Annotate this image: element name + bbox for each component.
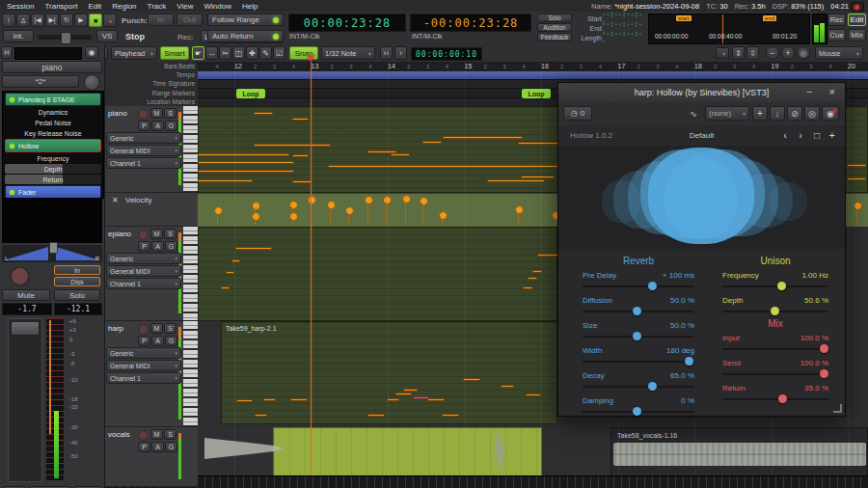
start-marker[interactable]: start: [676, 15, 692, 21]
slider-thumb[interactable]: [771, 307, 779, 315]
strip-record-button[interactable]: [10, 266, 30, 286]
processor-control-depth[interactable]: Depth: [5, 164, 101, 174]
stretch-mode-button[interactable]: ◫: [232, 46, 245, 60]
track-io-generic[interactable]: Generic▾: [106, 253, 181, 264]
track-automation-button[interactable]: A: [151, 241, 164, 252]
track-name-epiano[interactable]: epiano: [108, 230, 131, 238]
track-mute-button[interactable]: M: [150, 323, 163, 334]
pan-control[interactable]: L R: [2, 245, 102, 262]
track-solo-button[interactable]: S: [164, 229, 176, 239]
strip-prev-button[interactable]: H: [1, 46, 13, 59]
menu-view[interactable]: View: [176, 2, 193, 11]
loop-range-start-marker[interactable]: Loop: [236, 89, 265, 98]
strip-mute-button[interactable]: Mute: [2, 289, 50, 301]
menu-session[interactable]: Session: [7, 2, 34, 11]
page-mix-button[interactable]: Mix: [848, 29, 866, 41]
input-monitor-button[interactable]: In: [54, 265, 100, 275]
track-mute-button[interactable]: M: [150, 229, 163, 239]
track-io-general-midi[interactable]: General MIDI▾: [106, 360, 181, 371]
go-end-button[interactable]: ▶|: [45, 14, 59, 27]
processor-control-return[interactable]: Return: [5, 175, 101, 184]
vocals-region-right[interactable]: Take58_vocals-1.16: [610, 427, 868, 482]
track-name-harp[interactable]: harp: [108, 324, 123, 333]
edit-internal-button[interactable]: ☑: [273, 46, 285, 60]
track-group-button[interactable]: G: [165, 121, 177, 131]
playhead[interactable]: [311, 62, 312, 475]
track-rec-enable-button[interactable]: [138, 430, 149, 441]
track-header-vocals[interactable]: vocalsMSPAG: [104, 427, 198, 487]
processor-fader[interactable]: Fader: [5, 185, 101, 199]
nudge-back-button[interactable]: ‹‹: [380, 46, 393, 60]
track-automation-button[interactable]: A: [151, 121, 164, 131]
param-slider-send[interactable]: [722, 368, 828, 379]
param-slider-decay[interactable]: [583, 381, 694, 392]
expand-tracks-button[interactable]: ⇕: [732, 46, 745, 60]
param-slider-size[interactable]: [583, 331, 694, 341]
track-header-piano[interactable]: pianoMSPAGGeneric▾General MIDI▾Channel 1…: [104, 106, 198, 193]
nudge-clock[interactable]: 00:00:00:10: [411, 47, 482, 61]
preset-select[interactable]: (none)▾: [705, 106, 749, 121]
save-preset-button[interactable]: ↓: [770, 106, 785, 121]
smart-mode-button[interactable]: Smart: [160, 46, 189, 60]
slider-thumb[interactable]: [633, 307, 641, 315]
velocity-lane-header[interactable]: ✕ Velocity: [104, 193, 198, 227]
processor-box[interactable]: Pianoteq 8 STAGEDynamicsPedal NoiseKey R…: [2, 91, 104, 199]
track-playlist-button[interactable]: P: [138, 121, 150, 131]
nudge-forward-button[interactable]: ›: [394, 46, 407, 60]
minimize-icon[interactable]: –: [806, 86, 812, 96]
gain-display[interactable]: -1.7: [2, 303, 52, 315]
menu-transport[interactable]: Transport: [44, 2, 77, 11]
metronome-button[interactable]: Δ: [16, 14, 30, 27]
play-button[interactable]: ▶: [74, 14, 88, 27]
track-io-generic[interactable]: Generic▾: [106, 132, 181, 144]
track-io-channel-1[interactable]: Channel 1▾: [106, 372, 181, 384]
track-rec-enable-button[interactable]: [138, 324, 149, 335]
resize-handle[interactable]: [833, 404, 842, 413]
strip-track-name[interactable]: piano: [2, 61, 102, 73]
param-slider-depth[interactable]: [722, 306, 828, 316]
midi-panic-button[interactable]: !: [2, 14, 15, 27]
controls-icon[interactable]: ◎: [804, 106, 820, 121]
processor-control-frequency[interactable]: Frequency: [5, 153, 101, 163]
processor-control-key-release-noise[interactable]: Key Release Noise: [5, 128, 101, 138]
zoom-focus-mouse-select[interactable]: Mouse▾: [815, 46, 863, 60]
audition-button[interactable]: Audition: [537, 23, 572, 32]
param-slider-pre-delay[interactable]: [583, 281, 694, 291]
grid-select[interactable]: 1/32 Note▾: [321, 46, 375, 60]
param-slider-input[interactable]: [722, 343, 828, 354]
gain-fader[interactable]: [8, 318, 42, 482]
track-solo-button[interactable]: S: [164, 323, 176, 334]
shrink-tracks-button[interactable]: ⇳: [746, 46, 759, 60]
slider-thumb[interactable]: [648, 382, 657, 391]
zoom-out-button[interactable]: −: [766, 46, 779, 60]
zoom-fit-button[interactable]: ◎: [797, 46, 810, 60]
record-indicator-icon[interactable]: [851, 2, 864, 12]
loop-button[interactable]: ↻: [60, 14, 73, 27]
latency-button[interactable]: ◷ 0: [563, 106, 592, 121]
track-io-generic[interactable]: Generic▾: [106, 347, 181, 359]
add-preset-button[interactable]: +: [752, 106, 768, 121]
follow-range-button[interactable]: Follow Range: [207, 14, 284, 26]
track-group-button[interactable]: G: [165, 336, 177, 346]
grab-mode-button[interactable]: ☛: [192, 46, 204, 60]
grid-edit-button[interactable]: ✚: [246, 46, 258, 60]
epiano-midi-region[interactable]: [198, 227, 557, 321]
cut-mode-button[interactable]: ✂: [219, 46, 231, 60]
processor-hollow[interactable]: Hollow: [5, 139, 101, 152]
page-edit-button[interactable]: Edit: [848, 14, 866, 26]
plugin-titlebar[interactable]: harp: Hollow (by Sinevibes) [VST3] – ×: [558, 83, 845, 103]
track-io-channel-1[interactable]: Channel 1▾: [106, 157, 181, 169]
pin-window-icon[interactable]: ◉: [822, 106, 839, 121]
track-playlist-button[interactable]: P: [138, 241, 150, 252]
track-mute-button[interactable]: M: [150, 429, 163, 440]
track-rec-enable-button[interactable]: [138, 109, 149, 120]
track-io-general-midi[interactable]: General MIDI▾: [106, 145, 181, 156]
punch-out-button[interactable]: Out: [176, 14, 203, 26]
processor-control-pedal-noise[interactable]: Pedal Noise: [5, 118, 101, 127]
track-mute-button[interactable]: M: [150, 108, 163, 119]
param-slider-diffusion[interactable]: [583, 306, 694, 316]
preset-prev-button[interactable]: ‹: [783, 129, 787, 141]
track-rec-enable-button[interactable]: [138, 230, 149, 240]
menu-track[interactable]: Track: [148, 2, 167, 11]
slider-thumb[interactable]: [648, 282, 657, 290]
